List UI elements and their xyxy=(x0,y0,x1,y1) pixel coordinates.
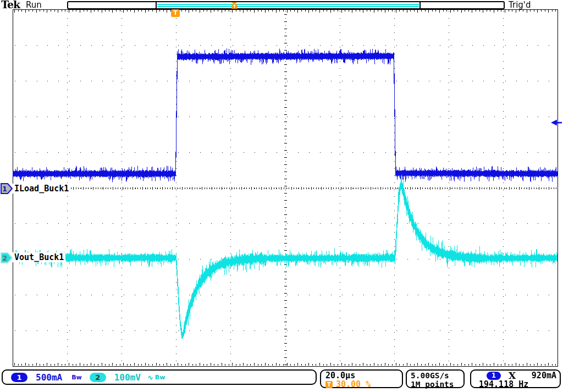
channel-2-reference-marker[interactable]: 2 xyxy=(1,252,13,263)
channel-1-scale: 500mA xyxy=(36,372,62,383)
trigger-source-badge[interactable]: 1 xyxy=(487,372,501,380)
channel-2-bandwidth-icon: Bw xyxy=(155,374,165,381)
record-preview-trace xyxy=(157,4,419,5)
trigger-level: 920mA xyxy=(532,371,556,380)
record-length: 1M points xyxy=(411,380,463,389)
channel-2-scale: 100mV xyxy=(114,372,141,383)
record-preview-trace xyxy=(157,6,419,7)
trigger-status: Trig'd xyxy=(509,0,531,10)
trigger-level-arrow-icon[interactable] xyxy=(550,119,563,126)
trigger-slope-icon: X xyxy=(509,371,516,380)
horizontal-readout-box[interactable]: 20.0µs T 30.00 % xyxy=(320,369,403,388)
waveform-display xyxy=(0,0,563,392)
trigger-position-percent: 30.00 % xyxy=(336,380,371,389)
trigger-position-marker-icon[interactable]: T xyxy=(171,9,181,17)
channel-readout-box[interactable]: 1 500mA Bw 2 100mV ∿ Bw xyxy=(2,369,317,385)
channel-2-ac-coupling-icon: ∿ xyxy=(147,373,153,382)
channel-2-badge[interactable]: 2 xyxy=(90,373,106,382)
record-trigger-marker-icon[interactable]: T xyxy=(231,2,238,9)
channel-1-badge[interactable]: 1 xyxy=(11,373,27,382)
acquisition-state: Run xyxy=(26,0,42,10)
acquisition-readout-box[interactable]: 5.00GS/s 1M points xyxy=(406,369,465,388)
trigger-t-icon: T xyxy=(325,381,333,388)
record-view-bar[interactable]: T xyxy=(67,1,505,9)
channel-1-number: 1 xyxy=(2,185,7,193)
trigger-frequency: 194.118 Hz xyxy=(474,380,556,389)
record-view-window[interactable]: T xyxy=(156,1,421,9)
channel-1-label: ILoad_Buck1 xyxy=(13,184,70,194)
tek-logo: Tek xyxy=(1,0,20,10)
channel-1-reference-marker[interactable]: 1 xyxy=(1,183,13,194)
channel-2-number: 2 xyxy=(2,254,7,262)
trigger-readout-box[interactable]: 1 X 920mA 194.118 Hz xyxy=(470,369,561,388)
timebase-scale: 20.0µs xyxy=(325,371,402,380)
channel-1-bandwidth-icon: Bw xyxy=(71,374,82,381)
sample-rate: 5.00GS/s xyxy=(411,371,463,380)
oscilloscope-screen: Tek Run T Trig'd T 1 ILoad_Buck1 2 Vout_… xyxy=(0,0,563,392)
channel-2-label: Vout_Buck1 xyxy=(13,252,65,262)
